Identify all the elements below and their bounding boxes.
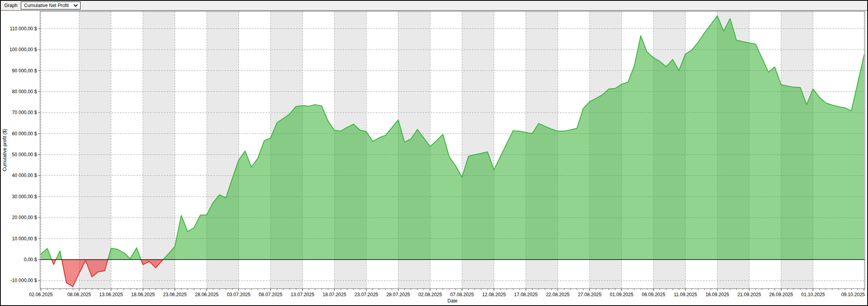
y-axis-tick-label: 40 000,00 $ [12,173,37,178]
x-axis-tick-label: 23.06.2025 [163,292,187,297]
cumulative-profit-chart: -10 000,00 $0,00 $10 000,00 $20 000,00 $… [1,11,867,304]
graph-label: Graph [4,3,17,8]
x-axis-title: Date [448,298,458,304]
y-axis-tick-label: 110 000,00 $ [10,26,37,31]
x-axis-tick-label: 13.06.2025 [99,292,123,297]
x-axis-tick-label: 01.10.2025 [801,292,825,297]
y-axis-tick-label: 90 000,00 $ [12,68,37,74]
x-axis-tick-label: 28.07.2025 [386,292,410,297]
x-axis-tick-label: 18.07.2025 [323,292,346,297]
y-axis-tick-label: 80 000,00 $ [12,89,37,94]
x-axis-tick-label: 22.08.2025 [546,292,569,297]
x-axis-tick-label: 12.08.2025 [482,292,506,297]
graph-select-value: Cumulative Net Profit [24,3,68,8]
x-axis-tick-label: 13.07.2025 [291,292,314,297]
y-axis-title: Cumulative profit ($) [2,129,7,171]
x-axis-tick-label: 11.09.2025 [674,292,697,297]
y-axis-tick-label: 0,00 $ [24,257,37,262]
y-axis-tick-label: 30 000,00 $ [12,194,37,199]
y-axis-tick-label: 20 000,00 $ [12,215,37,220]
x-axis-tick-label: 21.09.2025 [738,292,761,297]
x-axis-tick-label: 07.08.2025 [450,292,474,297]
x-axis-ticks [41,289,864,291]
x-axis-tick-label: 27.08.2025 [578,292,602,297]
chevron-down-icon [73,4,78,7]
x-axis-tick-label: 08.07.2025 [259,292,283,297]
x-axis-tick-label: 26.09.2025 [769,292,793,297]
y-axis-tick-label: 10 000,00 $ [12,236,37,241]
x-axis-tick-label: 28.06.2025 [195,292,218,297]
x-axis-tick-label: 23.07.2025 [354,292,378,297]
y-axis-tick-label: 100 000,00 $ [9,47,37,52]
y-axis-tick-label: 60 000,00 $ [12,131,37,136]
x-axis-tick-label: 06.09.2025 [642,292,665,297]
app-window: Graph Cumulative Net Profit -10 000,00 $… [0,0,868,306]
y-axis-tick-label: 70 000,00 $ [12,110,37,115]
x-axis-tick-label: 01.09.2025 [610,292,633,297]
profit-area-chart: -10 000,00 $0,00 $10 000,00 $20 000,00 $… [1,11,867,304]
y-axis-tick-label: 50 000,00 $ [12,152,37,157]
y-tick-labels: -10 000,00 $0,00 $10 000,00 $20 000,00 $… [9,26,37,284]
x-axis-tick-label: 18.06.2025 [131,292,155,297]
y-axis-tick-label: -10 000,00 $ [11,278,37,283]
graph-select[interactable]: Cumulative Net Profit [21,2,81,9]
x-axis-tick-label: 03.07.2025 [227,292,250,297]
x-axis-tick-label: 08.06.2025 [67,292,91,297]
x-axis-tick-label: 09.10.2025 [841,292,865,297]
x-axis-tick-label: 02.06.2025 [29,292,53,297]
x-axis-tick-label: 16.09.2025 [705,292,729,297]
x-tick-labels: 02.06.202508.06.202513.06.202518.06.2025… [29,292,865,297]
x-axis-tick-label: 02.08.2025 [418,292,442,297]
x-axis-tick-label: 17.08.2025 [514,292,538,297]
toolbar: Graph Cumulative Net Profit [1,1,867,11]
